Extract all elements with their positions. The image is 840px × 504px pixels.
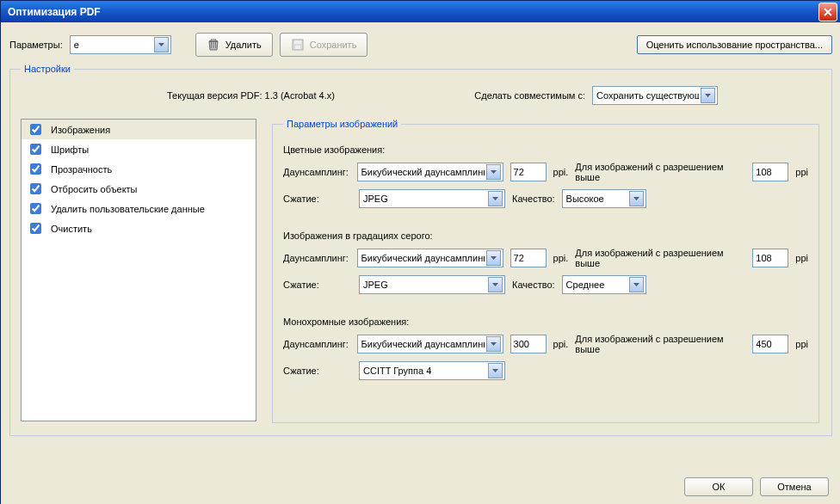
ok-label: ОК	[713, 482, 726, 492]
category-item-discard[interactable]: Отбросить объекты	[22, 179, 256, 199]
gray-downsampling-row: Даунсамплинг: Бикубический даунсамплинг …	[283, 248, 808, 268]
chevron-down-icon	[488, 191, 503, 206]
color-ppi-input[interactable]	[510, 163, 547, 181]
chevron-down-icon	[486, 250, 501, 266]
chevron-down-icon	[488, 277, 503, 292]
close-icon	[824, 8, 832, 16]
quality-label: Качество:	[512, 280, 555, 290]
chevron-down-icon	[701, 88, 715, 103]
mono-section-title: Монохромные изображения:	[283, 317, 808, 327]
close-button[interactable]	[818, 3, 837, 22]
gray-compression-row: Сжатие: JPEG Качество: Среднее	[283, 275, 808, 294]
mono-downsampling-combo[interactable]: Бикубический даунсамплинг	[357, 335, 503, 353]
category-check-images[interactable]	[30, 124, 41, 135]
category-check-discard[interactable]	[30, 183, 41, 194]
ppi-label: ppi.	[553, 253, 569, 263]
combo-value: CCITT Группа 4	[363, 366, 486, 376]
combo-value: Бикубический даунсамплинг	[361, 339, 485, 349]
compression-label: Сжатие:	[283, 194, 352, 204]
color-downsampling-combo[interactable]: Бикубический даунсамплинг	[357, 163, 503, 181]
compat-combo[interactable]: Сохранить существующую	[592, 86, 718, 105]
dialog-window: Оптимизация PDF Параметры: e Удалить	[0, 0, 840, 504]
assess-space-label: Оценить использование пространства...	[646, 40, 823, 50]
category-item-fonts[interactable]: Шрифты	[22, 139, 256, 159]
color-downsampling-row: Даунсамплинг: Бикубический даунсамплинг …	[283, 162, 808, 182]
category-label: Шрифты	[51, 144, 89, 155]
ppi-label: ppi.	[553, 339, 569, 349]
params-label: Параметры:	[9, 40, 63, 50]
quality-label: Качество:	[512, 194, 555, 204]
gray-compression-combo[interactable]: JPEG	[359, 275, 505, 294]
gray-downsampling-combo[interactable]: Бикубический даунсамплинг	[357, 249, 503, 267]
ppi-end-label: ppi	[795, 167, 808, 177]
ok-button[interactable]: ОК	[684, 477, 753, 496]
combo-value: Среднее	[566, 280, 627, 290]
category-item-transparency[interactable]: Прозрачность	[22, 159, 256, 179]
save-button-label: Сохранить	[310, 40, 357, 50]
compression-label: Сжатие:	[283, 280, 352, 290]
current-version-label: Текущая версия PDF: 1.3 (Acrobat 4.x)	[167, 90, 335, 101]
category-list: Изображения Шрифты Прозрачность Отбросит…	[21, 119, 256, 421]
svg-rect-1	[294, 40, 301, 44]
trash-icon	[207, 38, 220, 52]
title-bar: Оптимизация PDF	[1, 1, 840, 22]
color-quality-combo[interactable]: Высокое	[562, 189, 646, 208]
compression-label: Сжатие:	[283, 366, 352, 376]
assess-space-button[interactable]: Оценить использование пространства...	[637, 35, 832, 54]
ppi-end-label: ppi	[795, 339, 808, 349]
downsampling-label: Даунсамплинг:	[283, 167, 350, 177]
chevron-down-icon	[629, 277, 644, 292]
category-check-cleanup[interactable]	[30, 223, 41, 234]
category-label: Изображения	[51, 125, 110, 135]
above-label: Для изображений с разрешением выше	[575, 334, 745, 354]
combo-value: Бикубический даунсамплинг	[361, 167, 485, 177]
combo-value: Бикубический даунсамплинг	[361, 253, 485, 263]
gray-quality-combo[interactable]: Среднее	[562, 275, 646, 294]
category-label: Очистить	[51, 224, 92, 234]
mono-compression-row: Сжатие: CCITT Группа 4	[283, 361, 808, 380]
save-icon	[291, 38, 305, 52]
settings-legend: Настройки	[21, 64, 74, 74]
delete-button[interactable]: Удалить	[195, 33, 273, 57]
mono-ppi-input[interactable]	[510, 335, 547, 353]
color-compression-combo[interactable]: JPEG	[359, 189, 505, 208]
category-check-fonts[interactable]	[30, 144, 41, 155]
combo-value: Высокое	[566, 194, 627, 204]
category-item-images[interactable]: Изображения	[22, 120, 256, 139]
combo-value: JPEG	[363, 194, 486, 204]
chevron-down-icon	[488, 363, 503, 378]
color-above-ppi-input[interactable]	[752, 163, 788, 181]
chevron-down-icon	[486, 336, 501, 352]
gray-section-title: Изображения в градациях серого:	[283, 230, 808, 241]
category-item-cleanup[interactable]: Очистить	[22, 218, 256, 238]
ppi-end-label: ppi	[795, 253, 808, 263]
cancel-button[interactable]: Отмена	[760, 477, 829, 496]
color-section-title: Цветные изображения:	[283, 144, 808, 155]
gray-above-ppi-input[interactable]	[752, 249, 788, 267]
ppi-label: ppi.	[553, 167, 569, 177]
category-item-userdata[interactable]: Удалить пользовательские данные	[22, 199, 256, 218]
category-label: Отбросить объекты	[51, 184, 138, 194]
chevron-down-icon	[486, 164, 501, 180]
save-button: Сохранить	[280, 33, 368, 57]
above-label: Для изображений с разрешением выше	[575, 162, 745, 182]
image-params-legend: Параметры изображений	[283, 119, 401, 129]
settings-top-row: Текущая версия PDF: 1.3 (Acrobat 4.x) Сд…	[21, 83, 821, 119]
image-params-group: Параметры изображений Цветные изображени…	[272, 119, 819, 423]
gray-ppi-input[interactable]	[510, 249, 547, 267]
settings-main: Изображения Шрифты Прозрачность Отбросит…	[21, 119, 821, 423]
category-check-transparency[interactable]	[30, 163, 41, 175]
params-combo[interactable]: e	[70, 35, 171, 54]
category-check-userdata[interactable]	[30, 203, 41, 214]
combo-value: JPEG	[363, 280, 486, 290]
settings-group: Настройки Текущая версия PDF: 1.3 (Acrob…	[9, 64, 832, 436]
delete-button-label: Удалить	[225, 40, 262, 50]
mono-compression-combo[interactable]: CCITT Группа 4	[359, 361, 505, 380]
downsampling-label: Даунсамплинг:	[283, 339, 350, 349]
cancel-label: Отмена	[777, 482, 811, 492]
window-title: Оптимизация PDF	[8, 6, 101, 18]
params-combo-value: e	[74, 40, 152, 50]
mono-above-ppi-input[interactable]	[752, 335, 788, 353]
downsampling-label: Даунсамплинг:	[283, 253, 350, 263]
category-label: Удалить пользовательские данные	[51, 204, 205, 214]
